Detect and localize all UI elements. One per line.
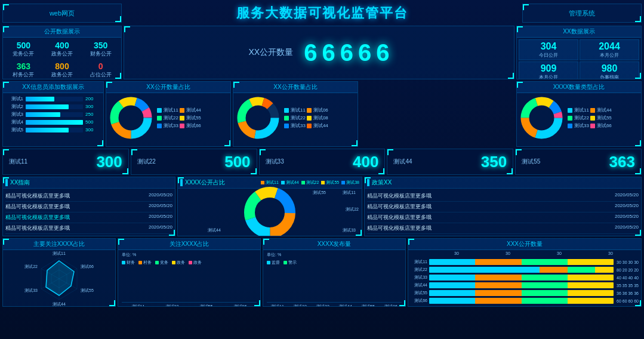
policy-title: 政策XX (365, 177, 641, 189)
legend-cai: 财务 (122, 260, 135, 266)
donut2-chart (236, 95, 281, 140)
guide-item-4: 精品可视化模板店里更多哦 2020/05/20 (5, 223, 172, 234)
legend-item: 测试08 (307, 115, 328, 121)
legend-item: 测试11 (284, 107, 306, 113)
svg-text:测试11: 测试11 (53, 251, 66, 255)
row3: 测试11 300 测试22 500 测试33 400 测试44 350 测试55… (2, 149, 642, 175)
guide-item-2: 精品可视化模板店里更多哦 2020/05/20 (5, 202, 172, 212)
nav-left[interactable]: web网页 (2, 4, 122, 23)
svg-text:测试55: 测试55 (81, 288, 94, 292)
big-num-3: 6 (340, 39, 353, 66)
hbar-row-6: 测试66 60 60 60 60 (411, 298, 639, 304)
nav-left-label: web网页 (50, 9, 75, 18)
top-right-title: XX数据展示 (517, 26, 641, 38)
big-num-label: XX公开数量 (249, 47, 294, 58)
hbar-row-3: 测试33 40 40 40 40 (411, 275, 639, 281)
center-donut-svg (243, 186, 297, 236)
stat-350: 350 财务公开 (82, 39, 119, 59)
legend-item: 测试44 (590, 107, 612, 113)
legend-item: 测试33 (284, 122, 306, 129)
donut3-panel: XXXX数量类型占比 测试11 测试44 测试22 测试55 测试33 (516, 81, 642, 147)
big-num-4: 6 (358, 39, 371, 66)
info-bar-title: XX信息员添加数据展示 (3, 82, 103, 93)
metric-card-1: 测试11 300 (2, 149, 129, 175)
legend-zheng2: 政务 (189, 260, 202, 266)
legend-item: 测试44 (307, 122, 328, 129)
bar-chart2-title: XXXX发布量 (263, 239, 405, 250)
legend-item: 测试55 (180, 115, 201, 121)
hbar-row-2: 测试22 80 20 20 20 (411, 267, 639, 273)
stat-800: 800 政务公开 (44, 60, 81, 79)
row5: 主要关注XXXX占比 测试11 (2, 238, 642, 307)
stat-363: 363 村务公开 (5, 60, 42, 79)
stat-0a: 0 占位公开 (82, 60, 119, 79)
svg-text:测试22: 测试22 (24, 264, 38, 269)
row2: XX信息员添加数据展示 测试1 200 测试2 300 测试3 250 (2, 81, 642, 147)
bar-chart2-panel: XXXX发布量 单位: % 监督 警示 (263, 238, 406, 307)
bar-row-3: 测试3 250 (7, 111, 100, 118)
legend-item: 测试11 (568, 107, 589, 113)
legend-item: 测试66 (180, 122, 201, 129)
radar-panel: 主要关注XXXX占比 测试11 (2, 238, 116, 307)
info-bar-panel: XX信息员添加数据展示 测试1 200 测试2 300 测试3 250 (2, 81, 104, 147)
rs-304: 304 今日公开 (519, 39, 578, 60)
donut1-panel: XX公开数量占比 测试11 测试44 测试22 测试55 测试33 (106, 81, 231, 147)
svg-text:测试33: 测试33 (24, 288, 38, 292)
legend-item: 测试33 (157, 122, 178, 129)
bar-chart1-title: 关注XXXX占比 (118, 239, 260, 250)
donut3-chart (519, 95, 564, 140)
guide-panel: XX指南 精品可视化模板店里更多哦 2020/05/20 精品可视化模板店里更多… (2, 177, 175, 236)
stat-500: 500 党务公开 (5, 39, 42, 59)
metric-card-2: 测试22 500 (131, 149, 257, 175)
policy-item-4: 精品可视化模板店里更多哦 2020/05/20 (367, 223, 639, 234)
bar-row-2: 测试2 300 (7, 103, 100, 110)
svg-marker-35 (46, 261, 74, 295)
page-title: 服务大数据可视化监管平台 (122, 4, 522, 22)
bar-row-5: 测试5 300 (7, 127, 100, 133)
donut1-chart (109, 95, 153, 140)
svg-text:测试66: 测试66 (81, 264, 94, 269)
legend-item: 测试22 (157, 115, 178, 121)
bar-row-4: 测试4 500 (7, 119, 100, 125)
legend-item: 测试06 (307, 107, 328, 113)
hbar-row-5: 测试55 36 36 36 36 (411, 290, 639, 296)
guide-item-1: 精品可视化模板店里更多哦 2020/05/20 (5, 191, 172, 202)
metric-card-4: 测试44 350 (387, 149, 513, 175)
stat-400: 400 政务公开 (44, 39, 81, 59)
legend-cun: 村务 (138, 260, 152, 266)
legend-item: 测试55 (590, 115, 612, 121)
rs-909: 909 本月公开 (519, 61, 578, 79)
center-big-panel: XX公开数量 6 6 6 6 6 (124, 26, 514, 79)
big-num-5: 6 (376, 39, 389, 66)
big-num-2: 6 (322, 39, 335, 66)
legend-item: 测试22 (568, 115, 589, 121)
policy-item-3: 精品可视化模板店里更多哦 2020/05/20 (367, 212, 639, 223)
donut2-title: XX公开数量占比 (233, 82, 358, 93)
rs-2044: 2044 本月公开 (580, 39, 639, 60)
metric-card-3: 测试33 400 (259, 149, 386, 175)
guide-title: XX指南 (3, 177, 175, 189)
metric-card-5: 测试55 363 (515, 149, 642, 175)
top-right-panel: XX数据展示 304 今日公开 2044 本月公开 909 本月公开 980 办… (516, 26, 642, 79)
legend-item: 测试11 (157, 107, 178, 113)
center-donut-panel: XXXX公开占比 测试11 测试44 测试22 测试55 测试38 测试55 测… (177, 177, 362, 236)
donut3-title: XXXX数量类型占比 (517, 82, 641, 93)
hbar-row-1: 测试11 30 30 30 30 (411, 259, 639, 265)
donut2-panel: XX公开数量占比 测试11 测试06 测试22 测试08 测试33 测试44 (233, 81, 358, 147)
legend-zheng1: 政务 (172, 260, 185, 266)
legend-jiandu: 监督 (267, 260, 280, 266)
row4: XX指南 精品可视化模板店里更多哦 2020/05/20 精品可视化模板店里更多… (2, 177, 642, 236)
top-left-title: 公开数据展示 (3, 26, 121, 38)
legend-item: 测试66 (590, 122, 612, 129)
legend-item: 测试44 (180, 107, 201, 113)
bar-chart1-panel: 关注XXXX占比 单位: % 财务 村务 党务 政务 政务 (118, 238, 261, 307)
policy-item-2: 精品可视化模板店里更多哦 2020/05/20 (367, 202, 639, 212)
hbar-title: XXX公开数量 (408, 239, 641, 250)
legend-item: 测试33 (568, 122, 589, 129)
nav-right-label: 管理系统 (569, 9, 595, 18)
dashboard: web网页 服务大数据可视化监管平台 管理系统 公开数据展示 500 党务公开 … (0, 0, 644, 339)
big-num-1: 6 (304, 39, 317, 66)
bar-row-1: 测试1 200 (7, 95, 100, 102)
policy-item-1: 精品可视化模板店里更多哦 2020/05/20 (367, 191, 639, 202)
nav-right[interactable]: 管理系统 (522, 4, 642, 23)
